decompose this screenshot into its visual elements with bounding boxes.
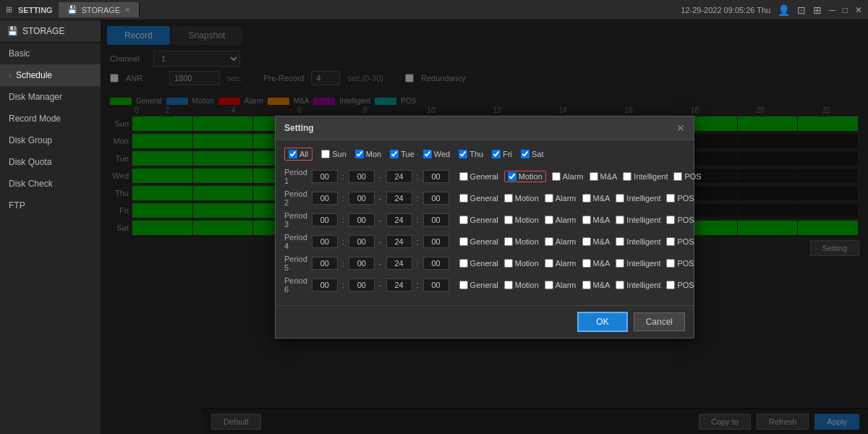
app-grid-icon[interactable]: ⊞ xyxy=(6,5,12,14)
sidebar-storage-icon: 💾 xyxy=(7,26,18,36)
period-4-end-h[interactable] xyxy=(386,235,412,248)
period-4-general[interactable]: General xyxy=(459,237,498,246)
period-2-pos[interactable]: POS xyxy=(666,194,694,203)
sidebar-item-disk-group[interactable]: Disk Group xyxy=(0,129,101,151)
day-check-tue[interactable]: Tue xyxy=(390,150,414,158)
period-6-pos[interactable]: POS xyxy=(666,281,694,289)
day-check-sat[interactable]: Sat xyxy=(521,150,544,158)
period-2-end-h[interactable] xyxy=(386,192,412,205)
period-5-types: General Motion Alarm M&A Intelligent POS xyxy=(459,259,694,268)
day-check-all[interactable]: All xyxy=(284,148,312,161)
sidebar-item-ftp[interactable]: FTP xyxy=(0,195,101,216)
day-check-sun[interactable]: Sun xyxy=(321,150,346,158)
period-6-start-h[interactable] xyxy=(312,278,338,292)
period-2-alarm[interactable]: Alarm xyxy=(545,194,576,203)
period-2-general[interactable]: General xyxy=(459,194,498,203)
period-4-alarm[interactable]: Alarm xyxy=(545,237,576,246)
period-1-intelligent[interactable]: Intelligent xyxy=(623,172,668,181)
period-3-general[interactable]: General xyxy=(459,216,498,224)
period-4-intelligent[interactable]: Intelligent xyxy=(616,237,660,246)
period-2-motion[interactable]: Motion xyxy=(504,194,539,203)
period-4-motion[interactable]: Motion xyxy=(504,237,539,246)
period-3-start-m[interactable] xyxy=(349,213,375,226)
period-2-ma[interactable]: M&A xyxy=(582,194,610,203)
period-4-pos[interactable]: POS xyxy=(666,237,694,246)
period-5-motion[interactable]: Motion xyxy=(504,259,539,268)
sidebar-item-schedule[interactable]: › Schedule xyxy=(0,64,101,86)
period-3-end-h[interactable] xyxy=(386,213,412,226)
checkbox-wed[interactable] xyxy=(423,150,432,158)
day-check-fri[interactable]: Fri xyxy=(492,150,512,158)
storage-tab[interactable]: 💾 STORAGE ✕ xyxy=(59,2,140,17)
period-3-ma[interactable]: M&A xyxy=(582,216,610,224)
period-3-motion[interactable]: Motion xyxy=(504,216,539,224)
maximize-icon[interactable]: □ xyxy=(843,5,848,15)
sidebar-item-record-mode[interactable]: Record Mode xyxy=(0,108,101,129)
period-1-general[interactable]: General xyxy=(459,172,498,181)
period-5-start-m[interactable] xyxy=(349,257,375,270)
period-1-motion[interactable]: Motion xyxy=(504,171,546,182)
period-1-end-m[interactable] xyxy=(423,170,449,183)
user-icon[interactable]: 👤 xyxy=(778,4,790,16)
checkbox-fri[interactable] xyxy=(492,150,501,158)
period-1-start-h[interactable] xyxy=(312,170,338,183)
period-1-alarm[interactable]: Alarm xyxy=(552,172,584,181)
checkbox-tue[interactable] xyxy=(390,150,399,158)
checkbox-sat[interactable] xyxy=(521,150,529,158)
minimize-icon[interactable]: ─ xyxy=(829,5,835,15)
modal-close-button[interactable]: ✕ xyxy=(676,122,685,134)
period-6-intelligent[interactable]: Intelligent xyxy=(616,281,660,289)
period-2-start-m[interactable] xyxy=(349,192,375,205)
period-3-intelligent[interactable]: Intelligent xyxy=(616,216,660,224)
period-3-end-m[interactable] xyxy=(423,213,449,226)
modal-cancel-button[interactable]: Cancel xyxy=(634,312,685,331)
tab-close-icon[interactable]: ✕ xyxy=(124,6,130,14)
period-3-alarm[interactable]: Alarm xyxy=(545,216,576,224)
period-5-intelligent[interactable]: Intelligent xyxy=(616,259,660,268)
period-1-ma[interactable]: M&A xyxy=(590,172,618,181)
day-check-mon[interactable]: Mon xyxy=(355,150,381,158)
period-5-end-h[interactable] xyxy=(386,257,412,270)
checkbox-sun[interactable] xyxy=(321,150,330,158)
period-2-start-h[interactable] xyxy=(312,192,338,205)
period-6-motion[interactable]: Motion xyxy=(504,281,539,289)
day-check-thu[interactable]: Thu xyxy=(459,150,483,158)
period-5-pos[interactable]: POS xyxy=(666,259,694,268)
period-6-end-m[interactable] xyxy=(423,278,449,292)
period-5-ma[interactable]: M&A xyxy=(582,259,610,268)
period-5-start-h[interactable] xyxy=(312,257,338,270)
period-1-pos[interactable]: POS xyxy=(673,172,701,181)
period-3-pos[interactable]: POS xyxy=(666,216,694,224)
close-icon[interactable]: ✕ xyxy=(855,5,862,15)
period-4-end-m[interactable] xyxy=(423,235,449,248)
checkbox-thu[interactable] xyxy=(459,150,467,158)
period-1-end-h[interactable] xyxy=(386,170,412,183)
sidebar-item-disk-manager[interactable]: Disk Manager xyxy=(0,86,101,108)
period-4-start-m[interactable] xyxy=(349,235,375,248)
period-4-types: General Motion Alarm M&A Intelligent POS xyxy=(459,237,694,246)
period-6-end-h[interactable] xyxy=(386,278,412,292)
period-2-end-m[interactable] xyxy=(423,192,449,205)
period-5-alarm[interactable]: Alarm xyxy=(545,259,576,268)
period-6-alarm[interactable]: Alarm xyxy=(545,281,576,289)
modal-ok-button[interactable]: OK xyxy=(577,312,627,332)
monitor-icon[interactable]: ⊡ xyxy=(797,4,806,16)
checkbox-all[interactable] xyxy=(289,150,297,158)
sidebar-item-disk-quota[interactable]: Disk Quota xyxy=(0,151,101,173)
sidebar-item-disk-check[interactable]: Disk Check xyxy=(0,173,101,195)
period-6-general[interactable]: General xyxy=(459,281,498,289)
period-4-start-h[interactable] xyxy=(312,235,338,248)
period-3-start-h[interactable] xyxy=(312,213,338,226)
sidebar-item-basic[interactable]: Basic xyxy=(0,43,101,64)
modal-header: Setting ✕ xyxy=(276,116,694,140)
period-4-ma[interactable]: M&A xyxy=(582,237,610,246)
period-5-general[interactable]: General xyxy=(459,259,498,268)
period-1-start-m[interactable] xyxy=(349,170,375,183)
grid-icon[interactable]: ⊞ xyxy=(813,4,822,16)
period-2-intelligent[interactable]: Intelligent xyxy=(616,194,660,203)
period-6-start-m[interactable] xyxy=(349,278,375,292)
period-6-ma[interactable]: M&A xyxy=(582,281,610,289)
period-5-end-m[interactable] xyxy=(423,257,449,270)
checkbox-mon[interactable] xyxy=(355,150,364,158)
day-check-wed[interactable]: Wed xyxy=(423,150,450,158)
